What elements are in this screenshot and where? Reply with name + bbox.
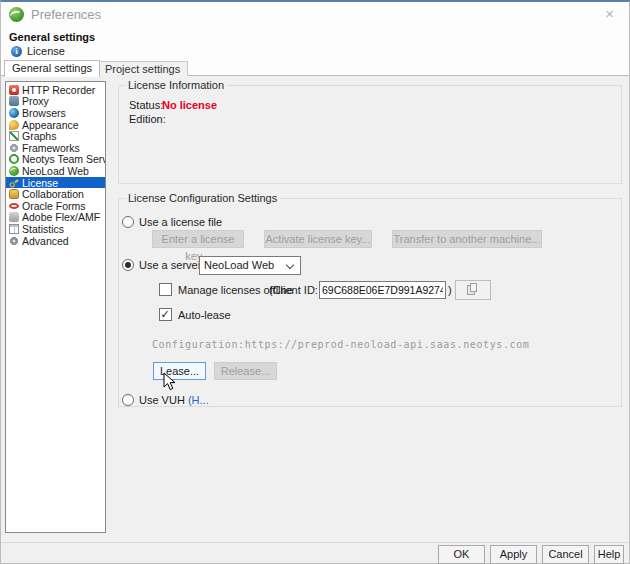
window-title: Preferences (31, 7, 101, 22)
use-license-file-label: Use a license file (139, 216, 222, 228)
sidebar-item-label: Neotys Team Server (22, 153, 106, 165)
configuration-url: Configuration:https://preprod-neoload-ap… (152, 339, 529, 350)
breadcrumb: i License (11, 45, 65, 57)
sidebar-item-appearance[interactable]: Appearance (6, 119, 105, 131)
adobe-flex-icon (9, 212, 19, 222)
title-bar: Preferences × (1, 2, 629, 28)
sidebar-item-label: Appearance (22, 119, 79, 131)
server-select[interactable]: NeoLoad Web (199, 256, 301, 275)
sidebar-item-collaboration[interactable]: Collaboration (6, 188, 105, 200)
sidebar-item-label: Oracle Forms (22, 200, 86, 212)
sidebar-item-label: Frameworks (22, 142, 80, 154)
server-select-value: NeoLoad Web (204, 259, 274, 271)
client-id-field[interactable] (319, 281, 446, 299)
content-area: HTTP RecorderProxyBrowsersAppearanceGrap… (1, 76, 629, 563)
tab-project-settings[interactable]: Project settings (97, 61, 188, 77)
sidebar-item-graphs[interactable]: Graphs (6, 130, 105, 142)
sidebar-item-license[interactable]: License (6, 177, 105, 189)
breadcrumb-label: License (27, 45, 65, 57)
manage-offline-checkbox[interactable] (159, 283, 172, 296)
use-server-radio[interactable] (122, 259, 134, 271)
use-vuh-link[interactable]: (H... (188, 394, 209, 406)
sidebar-item-oracle-forms[interactable]: Oracle Forms (6, 200, 105, 212)
auto-lease-label: Auto-lease (178, 309, 231, 321)
apply-button[interactable]: Apply (490, 545, 537, 564)
sidebar-list: HTTP RecorderProxyBrowsersAppearanceGrap… (5, 81, 106, 533)
auto-lease-checkbox[interactable] (159, 308, 172, 321)
use-vuh-radio[interactable] (122, 394, 134, 406)
graphs-icon (9, 131, 19, 141)
header: General settings i License (1, 28, 629, 59)
sidebar-item-advanced[interactable]: Advanced (6, 235, 105, 247)
statistics-icon (9, 224, 19, 234)
chevron-down-icon (286, 261, 294, 269)
cancel-button[interactable]: Cancel (542, 545, 589, 564)
appearance-icon (9, 120, 19, 130)
info-icon: i (11, 46, 22, 57)
sidebar-item-label: Graphs (22, 130, 56, 142)
sidebar-item-label: Browsers (22, 107, 66, 119)
preferences-window: Preferences × General settings i License… (0, 0, 630, 564)
sidebar-item-statistics[interactable]: Statistics (6, 223, 105, 235)
use-vuh-text: Use VUH (139, 394, 188, 406)
license-information-title: License Information (125, 79, 227, 91)
license-information-group: License Information Status: No license E… (118, 85, 622, 184)
use-server-label: Use a server (139, 259, 201, 271)
sidebar-item-label: License (22, 177, 58, 189)
sidebar-item-label: HTTP Recorder (22, 84, 95, 96)
tab-strip: General settings Project settings (1, 59, 629, 76)
release-button: Release... (214, 362, 277, 380)
sidebar-item-http-recorder[interactable]: HTTP Recorder (6, 84, 105, 96)
sidebar-item-neoload-web[interactable]: NeoLoad Web (6, 165, 105, 177)
sidebar-item-neotys-team-server[interactable]: Neotys Team Server (6, 154, 105, 166)
enter-license-key-button: Enter a license key... (152, 230, 244, 248)
mouse-cursor (163, 372, 177, 392)
sidebar-item-adobe-flex-amf[interactable]: Adobe Flex/AMF (6, 212, 105, 224)
status-label: Status: (129, 99, 163, 111)
footer-separator (1, 542, 629, 543)
sidebar-item-label: Statistics (22, 223, 64, 235)
ok-button[interactable]: OK (438, 545, 485, 564)
lease-button[interactable]: Lease... (153, 362, 206, 380)
copy-icon (467, 285, 475, 295)
collaboration-icon (9, 189, 19, 199)
sidebar-item-proxy[interactable]: Proxy (6, 96, 105, 108)
oracle-forms-icon (9, 203, 19, 209)
client-id-prefix: (Client ID: (269, 284, 318, 296)
sidebar-item-label: Advanced (22, 235, 69, 247)
advanced-icon (9, 236, 19, 246)
client-id-suffix: ) (448, 284, 452, 296)
sidebar-item-label: Collaboration (22, 188, 84, 200)
sidebar-item-label: NeoLoad Web (22, 165, 89, 177)
sidebar-item-frameworks[interactable]: Frameworks (6, 142, 105, 154)
tab-general-settings[interactable]: General settings (4, 60, 100, 77)
sidebar-item-label: Proxy (22, 95, 49, 107)
help-button[interactable]: Help (594, 545, 624, 564)
frameworks-icon (9, 143, 19, 153)
status-value: No license (162, 99, 217, 111)
team-server-icon (9, 154, 19, 164)
section-title: General settings (9, 31, 95, 43)
close-icon[interactable]: × (605, 6, 614, 22)
browsers-icon (9, 108, 19, 118)
activate-license-key-button: Activate license key... (264, 230, 372, 248)
neoload-logo-icon (9, 7, 24, 22)
transfer-machine-button: Transfer to another machine... (392, 230, 542, 248)
use-vuh-label: Use VUH (H... (139, 394, 209, 406)
license-configuration-group: License Configuration Settings Use a lic… (118, 198, 622, 407)
use-license-file-radio[interactable] (122, 216, 134, 228)
proxy-icon (9, 96, 19, 106)
edition-label: Edition: (129, 113, 166, 125)
http-recorder-icon (9, 85, 19, 95)
neoload-web-icon (9, 166, 19, 176)
license-configuration-title: License Configuration Settings (125, 192, 280, 204)
copy-client-id-button (455, 280, 491, 300)
sidebar-item-browsers[interactable]: Browsers (6, 107, 105, 119)
sidebar-item-label: Adobe Flex/AMF (22, 211, 100, 223)
